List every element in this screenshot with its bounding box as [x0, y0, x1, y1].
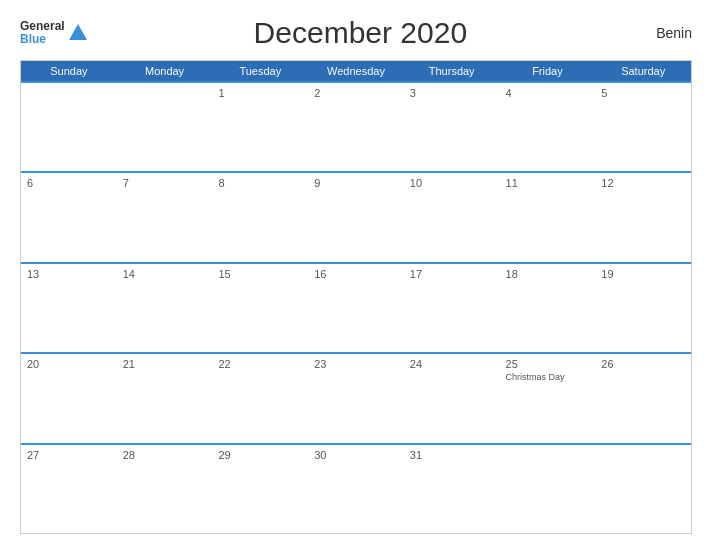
calendar-cell: 5: [595, 83, 691, 171]
day-number: 23: [314, 358, 398, 370]
day-number: 29: [218, 449, 302, 461]
calendar-cell: 17: [404, 264, 500, 352]
calendar-week: 13141516171819: [21, 262, 691, 352]
calendar-cell: 28: [117, 445, 213, 533]
calendar-cell: 21: [117, 354, 213, 442]
day-number: 10: [410, 177, 494, 189]
day-of-week-label: Friday: [500, 61, 596, 81]
day-number: 18: [506, 268, 590, 280]
day-number: 31: [410, 449, 494, 461]
calendar-cell: [500, 445, 596, 533]
logo-icon: [67, 22, 89, 44]
calendar-cell: [595, 445, 691, 533]
calendar-cell: 9: [308, 173, 404, 261]
calendar-cell: 10: [404, 173, 500, 261]
calendar-cell: 14: [117, 264, 213, 352]
calendar-week: 12345: [21, 81, 691, 171]
calendar-cell: 27: [21, 445, 117, 533]
day-of-week-label: Thursday: [404, 61, 500, 81]
calendar-cell: 1: [212, 83, 308, 171]
day-number: 5: [601, 87, 685, 99]
calendar-week: 6789101112: [21, 171, 691, 261]
day-number: 8: [218, 177, 302, 189]
day-number: 28: [123, 449, 207, 461]
day-number: 3: [410, 87, 494, 99]
calendar-cell: 2: [308, 83, 404, 171]
day-of-week-label: Sunday: [21, 61, 117, 81]
day-number: 26: [601, 358, 685, 370]
calendar-cell: 6: [21, 173, 117, 261]
calendar-cell: 26: [595, 354, 691, 442]
day-of-week-label: Tuesday: [212, 61, 308, 81]
calendar-cell: [21, 83, 117, 171]
logo: General Blue: [20, 20, 89, 46]
calendar-cell: 31: [404, 445, 500, 533]
country-label: Benin: [632, 25, 692, 41]
calendar-cell: 16: [308, 264, 404, 352]
day-number: 25: [506, 358, 590, 370]
calendar-cell: 29: [212, 445, 308, 533]
calendar-cell: 18: [500, 264, 596, 352]
day-number: 7: [123, 177, 207, 189]
calendar-cell: [117, 83, 213, 171]
day-number: 4: [506, 87, 590, 99]
calendar-cell: 30: [308, 445, 404, 533]
day-number: 2: [314, 87, 398, 99]
day-number: 20: [27, 358, 111, 370]
day-number: 19: [601, 268, 685, 280]
day-of-week-label: Wednesday: [308, 61, 404, 81]
day-number: 21: [123, 358, 207, 370]
calendar-header: SundayMondayTuesdayWednesdayThursdayFrid…: [21, 61, 691, 81]
day-number: 12: [601, 177, 685, 189]
holiday-label: Christmas Day: [506, 372, 590, 382]
calendar-cell: 24: [404, 354, 500, 442]
day-number: 27: [27, 449, 111, 461]
calendar-cell: 3: [404, 83, 500, 171]
day-number: 30: [314, 449, 398, 461]
calendar-cell: 25Christmas Day: [500, 354, 596, 442]
day-of-week-label: Saturday: [595, 61, 691, 81]
calendar-cell: 4: [500, 83, 596, 171]
calendar-cell: 8: [212, 173, 308, 261]
svg-marker-0: [69, 24, 87, 40]
calendar-cell: 19: [595, 264, 691, 352]
header: General Blue December 2020 Benin: [20, 16, 692, 50]
day-number: 24: [410, 358, 494, 370]
day-number: 1: [218, 87, 302, 99]
calendar-cell: 11: [500, 173, 596, 261]
calendar-cell: 7: [117, 173, 213, 261]
day-number: 17: [410, 268, 494, 280]
calendar-week: 202122232425Christmas Day26: [21, 352, 691, 442]
day-number: 14: [123, 268, 207, 280]
day-number: 22: [218, 358, 302, 370]
day-number: 15: [218, 268, 302, 280]
calendar-cell: 12: [595, 173, 691, 261]
page-title: December 2020: [89, 16, 632, 50]
calendar-cell: 13: [21, 264, 117, 352]
day-number: 9: [314, 177, 398, 189]
day-of-week-label: Monday: [117, 61, 213, 81]
calendar-body: 1234567891011121314151617181920212223242…: [21, 81, 691, 533]
day-number: 16: [314, 268, 398, 280]
calendar-cell: 23: [308, 354, 404, 442]
calendar-week: 2728293031: [21, 443, 691, 533]
day-number: 13: [27, 268, 111, 280]
page: General Blue December 2020 Benin SundayM…: [0, 0, 712, 550]
calendar-cell: 22: [212, 354, 308, 442]
day-number: 6: [27, 177, 111, 189]
logo-blue-text: Blue: [20, 33, 65, 46]
calendar: SundayMondayTuesdayWednesdayThursdayFrid…: [20, 60, 692, 534]
day-number: 11: [506, 177, 590, 189]
calendar-cell: 15: [212, 264, 308, 352]
calendar-cell: 20: [21, 354, 117, 442]
